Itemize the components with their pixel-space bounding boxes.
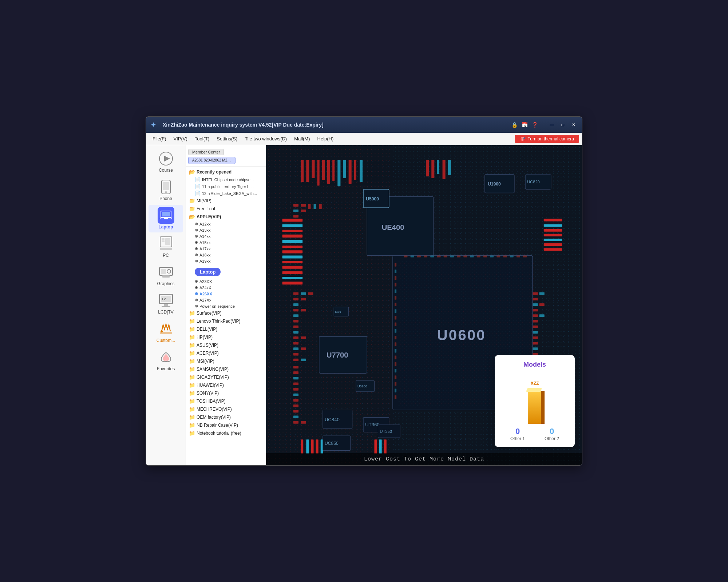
svg-rect-21 (164, 304, 168, 306)
svg-rect-124 (293, 394, 298, 396)
tree-a13xx[interactable]: ⊕ A13xx (186, 227, 266, 233)
tree-a27xx[interactable]: ⊕ A27Xx (186, 297, 266, 303)
svg-rect-180 (490, 255, 494, 257)
tab-member-center[interactable]: Member Center (188, 149, 224, 155)
svg-rect-45 (317, 160, 320, 186)
tree-power-on-sequence[interactable]: ⊕ Power on sequence (186, 303, 266, 309)
xzz-label: XZZ (531, 381, 539, 386)
thermal-label: Turn on thermal camera (527, 136, 574, 141)
svg-rect-149 (395, 283, 396, 286)
tree-a14xx[interactable]: ⊕ A14xx (186, 233, 266, 239)
svg-rect-70 (282, 277, 303, 279)
folder-surface-icon: 📁 (189, 310, 195, 316)
minimize-button[interactable]: — (548, 121, 556, 129)
tree-a24xx[interactable]: ⊕ A24xX (186, 284, 266, 291)
folder-acer[interactable]: 📁 ACER(VIP) (186, 349, 266, 357)
lcdtv-icon: TV (158, 293, 174, 308)
recent-item-intel[interactable]: 📄 INTEL Chipset code chipse... (186, 176, 266, 183)
svg-text:U7700: U7700 (327, 351, 348, 359)
folder-toshiba-icon: 📁 (189, 398, 195, 404)
sidebar-item-laptop[interactable]: Laptop (149, 205, 183, 232)
sidebar-item-course[interactable]: Course (149, 148, 183, 176)
folder-dell[interactable]: 📁 DELL(VIP) (186, 325, 266, 333)
pc-icon (158, 236, 174, 251)
folder-notebook-tutorial[interactable]: 📁 Notebook tutorial (free) (186, 429, 266, 437)
svg-rect-85 (311, 439, 313, 454)
sidebar-item-pc[interactable]: PC (149, 233, 183, 261)
svg-rect-52 (354, 160, 356, 180)
folder-huawei[interactable]: 📁 HUAWEI(VIP) (186, 381, 266, 389)
folder-free-trial[interactable]: 📁 Free Trial (186, 205, 266, 213)
oem-label: OEM factory(VIP) (197, 415, 231, 420)
tab-pcb-file[interactable]: A2681 820-02862 M2点位图.pcb (188, 157, 236, 164)
lock-icon[interactable]: 🔒 (511, 121, 518, 128)
svg-rect-120 (293, 371, 298, 374)
svg-text:U5000: U5000 (366, 196, 379, 202)
tree-a17xx[interactable]: ⊕ A17xx (186, 246, 266, 252)
sidebar-item-lcdtv[interactable]: TV LCD|TV (149, 290, 183, 318)
folder-apple-vip[interactable]: 📂 APPLE(VIP) (186, 213, 266, 221)
folder-msi[interactable]: 📁 MSI(VIP) (186, 357, 266, 365)
other2-count: 0 (545, 427, 559, 436)
folder-dell-icon: 📁 (189, 326, 195, 332)
folder-sony[interactable]: 📁 SONY(VIP) (186, 389, 266, 397)
svg-rect-100 (301, 292, 306, 295)
tree-a23xx[interactable]: ⊕ A23XX (186, 278, 266, 284)
bar-right (541, 391, 545, 424)
svg-rect-89 (379, 439, 382, 454)
folder-mi-vip[interactable]: 📁 MI(VIP) (186, 197, 266, 205)
calendar-icon[interactable]: 📅 (521, 121, 528, 128)
sidebar-item-favorites[interactable]: Favorites (149, 347, 183, 374)
sidebar-item-phone[interactable]: Phone (149, 176, 183, 204)
svg-rect-185 (523, 255, 527, 257)
svg-rect-170 (424, 255, 427, 257)
folder-gigabyte[interactable]: 📁 GIGABYTE(VIP) (186, 373, 266, 381)
sidebar-item-custom[interactable]: Custom... (149, 318, 183, 346)
svg-rect-8 (164, 218, 168, 219)
help-icon[interactable]: ❓ (531, 121, 538, 128)
svg-text:UE400: UE400 (382, 223, 404, 231)
main-view[interactable]: U0600 UE400 U5000 U1900 UC820 (266, 145, 582, 465)
svg-rect-178 (477, 255, 480, 257)
menu-mall[interactable]: Mall(M) (290, 135, 313, 143)
folder-nb-repair[interactable]: 📁 NB Repair Case(VIP) (186, 421, 266, 429)
thermal-camera-button[interactable]: 🎯 Turn on thermal camera (515, 135, 579, 143)
svg-rect-58 (448, 160, 451, 175)
svg-rect-88 (374, 439, 377, 454)
menu-tile[interactable]: Tile two windows(D) (241, 135, 290, 143)
menu-help[interactable]: Help(H) (314, 135, 337, 143)
tree-a18xx[interactable]: ⊕ A18xx (186, 252, 266, 258)
folder-asus[interactable]: 📁 ASUS(VIP) (186, 341, 266, 349)
recent-item-11th[interactable]: 📄 11th public territory Tiger Li... (186, 183, 266, 190)
course-icon (158, 151, 174, 166)
maximize-button[interactable]: □ (559, 121, 567, 129)
folder-samsung[interactable]: 📁 SAMSUNG(VIP) (186, 365, 266, 373)
svg-rect-150 (395, 290, 396, 293)
tree-a15xx[interactable]: ⊕ A15xx (186, 239, 266, 246)
folder-mechrevo[interactable]: 📁 MECHREVO(VIP) (186, 405, 266, 413)
folder-oem[interactable]: 📁 OEM factory(VIP) (186, 413, 266, 421)
menu-settings[interactable]: Settins(S) (213, 135, 241, 143)
pcb-view[interactable]: U0600 UE400 U5000 U1900 UC820 (266, 145, 582, 465)
folder-hp[interactable]: 📁 HP(VIP) (186, 333, 266, 341)
tree-a19xx[interactable]: ⊕ A19xx (186, 258, 266, 264)
svg-point-24 (161, 330, 163, 332)
svg-rect-147 (395, 270, 396, 273)
recently-opened-header[interactable]: 📂 Recently opened (186, 168, 266, 176)
folder-toshiba[interactable]: 📁 TOSHIBA(VIP) (186, 397, 266, 405)
recent-item-12th[interactable]: 📄 12th Alder_Lake_SBGA_with... (186, 190, 266, 197)
toshiba-label: TOSHIBA(VIP) (197, 399, 226, 404)
folder-lenovo[interactable]: 📁 Lenovo ThinkPad(VIP) (186, 317, 266, 325)
menu-tool[interactable]: Tool(T) (191, 135, 213, 143)
menu-file[interactable]: File(F) (149, 135, 170, 143)
tree-a26xx[interactable]: ⊕ A26XX (186, 291, 266, 297)
svg-rect-126 (293, 404, 298, 407)
close-button[interactable]: ✕ (570, 121, 578, 129)
svg-rect-154 (395, 316, 396, 319)
sidebar-item-graphics[interactable]: Graphics (149, 262, 183, 289)
tree-a12xx[interactable]: ⊕ A12xx (186, 221, 266, 227)
svg-rect-65 (282, 250, 303, 253)
folder-surface[interactable]: 📁 Surface(VIP) (186, 309, 266, 317)
recently-opened-label: Recently opened (197, 170, 232, 175)
menu-vip[interactable]: VIP(V) (170, 135, 191, 143)
